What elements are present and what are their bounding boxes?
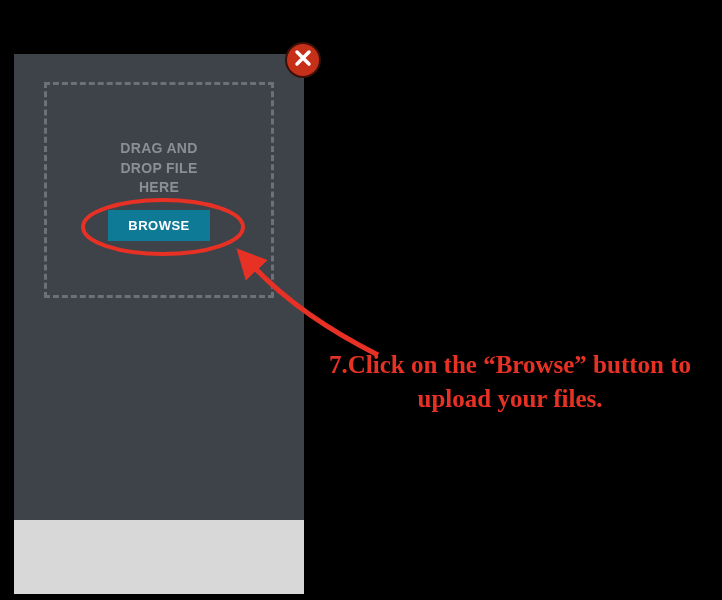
annotation-instruction: 7.Click on the “Browse” button to upload… (320, 348, 700, 416)
close-button[interactable] (285, 42, 321, 78)
dropzone-instruction: DRAG AND DROP FILE HERE (120, 139, 197, 198)
close-icon (293, 48, 313, 72)
file-dropzone[interactable]: DRAG AND DROP FILE HERE BROWSE (44, 82, 274, 298)
browse-button[interactable]: BROWSE (108, 210, 210, 241)
modal-inner: DRAG AND DROP FILE HERE BROWSE (14, 54, 304, 520)
modal-panel: DRAG AND DROP FILE HERE BROWSE (14, 54, 304, 594)
